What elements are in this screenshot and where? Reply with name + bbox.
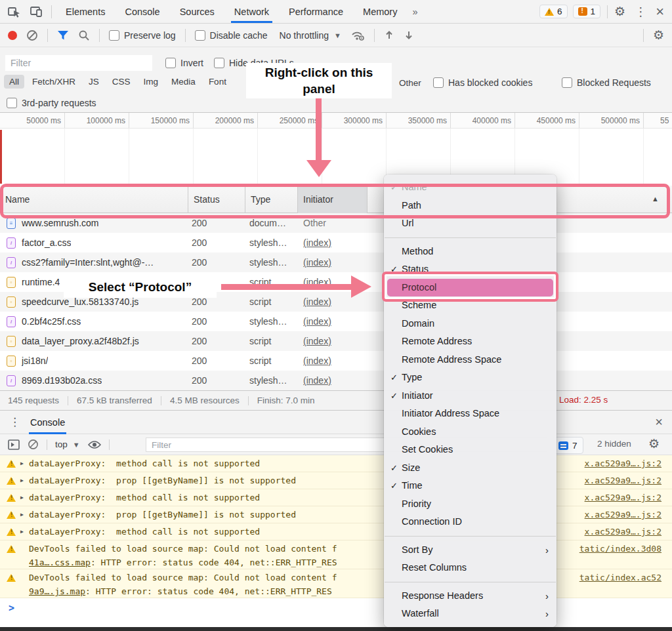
menu-item-type[interactable]: ✓Type [384, 369, 556, 387]
filter-pill-fetch-xhr[interactable]: Fetch/XHR [27, 75, 81, 89]
blocked-requests-checkbox[interactable]: Blocked Requests [562, 77, 651, 88]
menu-item-set-cookies[interactable]: Set Cookies [384, 441, 556, 459]
console-source-link[interactable]: x.ac529a9….js:2 [585, 472, 662, 489]
record-icon[interactable] [8, 31, 17, 40]
menu-item-size[interactable]: ✓Size [384, 459, 556, 478]
tab-console-drawer[interactable]: Console [22, 411, 73, 434]
console-source-link[interactable]: x.ac529a9….js:2 [585, 523, 662, 540]
table-row[interactable]: ▫data_layer_proxy.a2f48b2f.js200script(i… [0, 331, 672, 351]
sourcemap-link[interactable]: 9a9….js.map [29, 586, 85, 596]
expand-caret-icon[interactable]: ▶ [20, 460, 24, 466]
tab-network[interactable]: Network [224, 0, 279, 23]
issues-badge[interactable]: 1 [573, 5, 601, 18]
console-warning-row[interactable]: ▶dataLayerProxy: method call is not supp… [0, 489, 672, 506]
clear-console-icon[interactable] [28, 439, 39, 450]
expand-caret-icon[interactable]: ▶ [20, 478, 24, 483]
menu-item-cookies[interactable]: Cookies [384, 423, 556, 441]
table-row[interactable]: /0.2bf4c25f.css200stylesh…(index) [0, 312, 672, 331]
menu-item-status[interactable]: ✓Status [384, 260, 556, 279]
menu-item-method[interactable]: Method [384, 243, 556, 261]
menu-item-time[interactable]: ✓Time [384, 477, 556, 495]
menu-item-initiator-address-space[interactable]: Initiator Address Space [384, 405, 556, 423]
menu-item-sort-by[interactable]: Sort By› [384, 541, 556, 560]
close-drawer-icon[interactable]: × [655, 415, 663, 430]
initiator-link[interactable]: (index) [303, 316, 331, 327]
console-warning-row[interactable]: ▶dataLayerProxy: prop [[getByName]] is n… [0, 506, 672, 523]
filter-pill-font[interactable]: Font [203, 75, 232, 89]
tab-overflow[interactable]: » [407, 0, 423, 23]
expand-caret-icon[interactable]: ▶ [20, 512, 24, 518]
warnings-badge[interactable]: 6 [539, 5, 568, 18]
tab-console[interactable]: Console [115, 0, 169, 23]
filter-pill-other[interactable]: Other [394, 76, 427, 90]
invert-checkbox[interactable]: Invert [165, 58, 203, 68]
network-overview[interactable] [0, 129, 672, 186]
filter-pill-media[interactable]: Media [166, 75, 201, 89]
menu-item-connection-id[interactable]: Connection ID [384, 513, 556, 531]
throttling-select[interactable]: No throttling ▼ [280, 30, 341, 41]
console-warning-row[interactable]: ▶dataLayerProxy: method call is not supp… [0, 523, 672, 540]
table-row[interactable]: ≡www.semrush.com200docum…Other [0, 213, 672, 233]
initiator-link[interactable]: (index) [303, 296, 331, 307]
import-har-icon[interactable] [384, 30, 394, 41]
console-source-link[interactable]: x.ac529a9….js:2 [585, 506, 662, 523]
console-prompt-icon[interactable]: > [9, 602, 14, 614]
menu-item-scheme[interactable]: Scheme [384, 296, 556, 315]
initiator-link[interactable]: (index) [303, 237, 331, 248]
menu-item-initiator[interactable]: ✓Initiator [384, 387, 556, 405]
column-header-name[interactable]: Name [0, 186, 188, 213]
console-context-select[interactable]: top ▼ [55, 439, 80, 449]
menu-item-domain[interactable]: Domain [384, 315, 556, 333]
settings-icon[interactable]: ⚙ [614, 5, 625, 18]
initiator-link[interactable]: (index) [303, 375, 331, 386]
menu-item-waterfall[interactable]: Waterfall› [384, 605, 556, 623]
initiator-link[interactable]: (index) [303, 336, 331, 346]
has-blocked-cookies-checkbox[interactable]: Has blocked cookies [433, 77, 532, 88]
console-source-link[interactable]: tatic/index.3d08 [579, 542, 662, 556]
filter-funnel-icon[interactable] [57, 30, 69, 41]
menu-item-protocol[interactable]: Protocol [387, 279, 553, 297]
initiator-link[interactable]: (index) [303, 257, 331, 268]
eye-icon[interactable] [88, 440, 101, 449]
menu-item-path[interactable]: Path [384, 197, 556, 215]
table-row[interactable]: /8969.d193b02a.css200stylesh…(index) [0, 371, 672, 390]
export-har-icon[interactable] [404, 30, 414, 41]
network-filter-input[interactable] [5, 55, 152, 71]
expand-caret-icon[interactable]: ▶ [20, 529, 24, 535]
console-warning-row[interactable]: ▶dataLayerProxy: method call is not supp… [0, 455, 672, 472]
disable-cache-checkbox[interactable]: Disable cache [195, 30, 268, 41]
console-settings-icon[interactable]: ⚙ [648, 438, 660, 450]
console-warning-row[interactable]: DevTools failed to load source map: Coul… [0, 569, 672, 598]
console-source-link[interactable]: x.ac529a9….js:2 [585, 455, 662, 472]
tab-sources[interactable]: Sources [170, 0, 224, 23]
inspect-icon[interactable] [7, 5, 21, 19]
close-devtools-icon[interactable]: × [656, 5, 664, 19]
sourcemap-link[interactable]: 41a….css.map [29, 558, 91, 567]
console-sidebar-icon[interactable] [8, 439, 20, 450]
menu-item-remote-address-space[interactable]: Remote Address Space [384, 351, 556, 369]
filter-pill-all[interactable]: All [4, 75, 24, 89]
drawer-menu-icon[interactable]: ⋮ [9, 415, 20, 429]
initiator-link[interactable]: (index) [303, 277, 331, 287]
console-source-link[interactable]: x.ac529a9….js:2 [585, 489, 662, 506]
tab-elements[interactable]: Elements [56, 0, 115, 23]
filter-pill-css[interactable]: CSS [107, 75, 136, 89]
menu-item-reset-columns[interactable]: Reset Columns [384, 559, 556, 577]
search-icon[interactable] [78, 30, 90, 41]
column-header-initiator[interactable]: Initiator [298, 186, 368, 213]
column-header-type[interactable]: Type [245, 186, 298, 213]
menu-item-response-headers[interactable]: Response Headers› [384, 587, 556, 605]
console-warning-row[interactable]: ▶dataLayerProxy: prop [[getByName]] is n… [0, 472, 672, 489]
filter-pill-img[interactable]: Img [138, 75, 164, 89]
network-conditions-icon[interactable] [350, 30, 365, 41]
tab-memory[interactable]: Memory [353, 0, 407, 23]
tab-performance[interactable]: Performance [279, 0, 353, 23]
expand-caret-icon[interactable]: ▶ [20, 495, 24, 500]
table-row[interactable]: /factor_a.css200stylesh…(index) [0, 233, 672, 253]
device-toolbar-icon[interactable] [29, 5, 43, 19]
menu-item-priority[interactable]: Priority [384, 495, 556, 514]
console-warning-row[interactable]: DevTools failed to load source map: Coul… [0, 540, 672, 569]
more-options-icon[interactable]: ⋮ [635, 5, 646, 19]
network-settings-icon[interactable]: ⚙ [653, 29, 664, 41]
table-row[interactable]: ▫jsi18n/200script(index) [0, 351, 672, 371]
